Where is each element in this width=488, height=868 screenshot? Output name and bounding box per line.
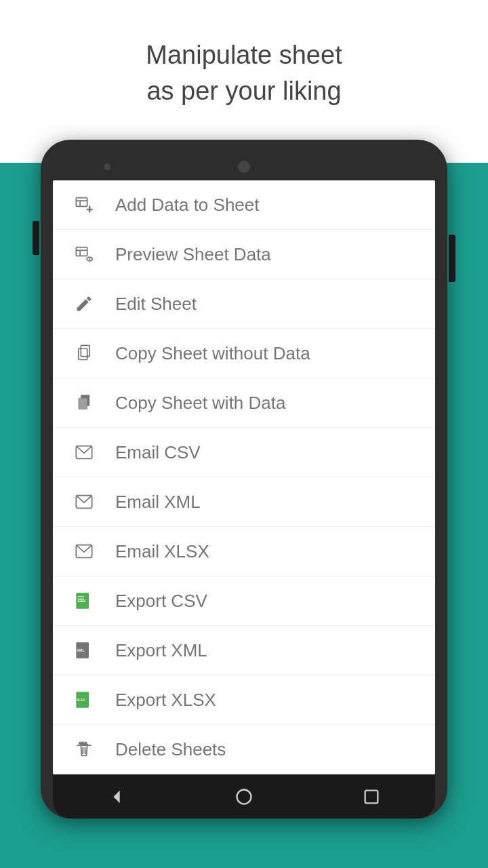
svg-rect-33 — [365, 791, 378, 804]
export-csv-icon: CSV — [72, 589, 96, 613]
menu-item-delete-sheets[interactable]: Delete Sheets — [53, 725, 435, 774]
menu-label-email-xml: Email XML — [115, 492, 201, 513]
phone-screen: Add Data to Sheet — [53, 180, 435, 774]
export-xml-icon: XML — [72, 638, 96, 663]
edit-icon — [72, 292, 96, 316]
svg-rect-18 — [78, 599, 84, 599]
menu-item-preview-data[interactable]: Preview Sheet Data — [53, 230, 435, 279]
menu-label-preview-data: Preview Sheet Data — [115, 244, 271, 265]
menu-item-export-xlsx[interactable]: XLSX Export XLSX — [53, 675, 435, 725]
preview-icon — [72, 242, 96, 267]
svg-marker-31 — [113, 791, 119, 804]
menu-item-email-xlsx[interactable]: Email XLSX — [53, 527, 435, 576]
menu-list: Add Data to Sheet — [53, 180, 435, 774]
bottom-nav-bar — [53, 774, 435, 818]
copy-empty-icon — [72, 341, 96, 366]
menu-item-export-xml[interactable]: XML Export XML — [53, 626, 435, 675]
menu-label-edit-sheet: Edit Sheet — [115, 294, 197, 315]
menu-item-add-data[interactable]: Add Data to Sheet — [53, 180, 435, 230]
menu-label-add-data: Add Data to Sheet — [115, 195, 259, 216]
add-data-icon — [72, 193, 96, 217]
front-speaker — [104, 163, 110, 170]
menu-label-delete-sheets: Delete Sheets — [115, 739, 226, 760]
svg-rect-0 — [76, 198, 87, 207]
svg-rect-8 — [81, 346, 89, 357]
menu-label-export-xlsx: Export XLSX — [115, 690, 216, 711]
email-xlsx-icon — [72, 539, 96, 564]
email-csv-icon — [72, 440, 96, 465]
phone-body: Add Data to Sheet — [41, 140, 447, 818]
side-button-right — [449, 235, 455, 282]
menu-label-export-csv: Export CSV — [115, 591, 207, 612]
recent-button[interactable] — [362, 787, 381, 806]
side-button-left — [33, 221, 39, 255]
menu-item-email-csv[interactable]: Email CSV — [53, 428, 435, 477]
headline-line1: Manipulate sheet — [27, 37, 461, 73]
home-button[interactable] — [235, 787, 253, 806]
svg-rect-11 — [79, 398, 87, 409]
menu-label-export-xml: Export XML — [115, 640, 207, 661]
svg-rect-3 — [76, 248, 87, 256]
menu-item-edit-sheet[interactable]: Edit Sheet — [53, 279, 435, 329]
svg-point-32 — [237, 789, 251, 804]
menu-item-email-xml[interactable]: Email XML — [53, 477, 435, 527]
menu-item-copy-without-data[interactable]: Copy Sheet without Data — [53, 329, 435, 378]
svg-point-7 — [89, 258, 90, 260]
svg-rect-9 — [79, 349, 87, 359]
menu-label-email-csv: Email CSV — [115, 442, 201, 463]
page: Manipulate sheet as per your liking — [0, 0, 488, 868]
phone-notch — [53, 153, 435, 180]
email-xml-icon — [72, 490, 96, 514]
menu-item-copy-with-data[interactable]: Copy Sheet with Data — [53, 378, 435, 428]
copy-data-icon — [72, 391, 96, 415]
delete-icon — [72, 737, 96, 762]
menu-item-export-csv[interactable]: CSV Export CSV — [53, 576, 435, 626]
content-area: Manipulate sheet as per your liking — [0, 0, 488, 818]
svg-rect-17 — [78, 596, 84, 597]
export-xlsx-icon: XLSX — [72, 688, 96, 712]
headline-line2: as per your liking — [27, 73, 461, 109]
front-camera — [238, 161, 250, 173]
phone-mockup: Add Data to Sheet — [41, 140, 447, 818]
title-section: Manipulate sheet as per your liking — [0, 0, 488, 133]
svg-text:XML: XML — [77, 649, 85, 653]
menu-label-email-xlsx: Email XLSX — [115, 541, 209, 562]
svg-rect-19 — [78, 601, 84, 601]
back-button[interactable] — [107, 787, 126, 806]
headline: Manipulate sheet as per your liking — [27, 37, 461, 109]
svg-text:XLSX: XLSX — [77, 699, 85, 703]
menu-label-copy-with-data: Copy Sheet with Data — [115, 393, 285, 414]
menu-label-copy-without-data: Copy Sheet without Data — [115, 343, 310, 364]
